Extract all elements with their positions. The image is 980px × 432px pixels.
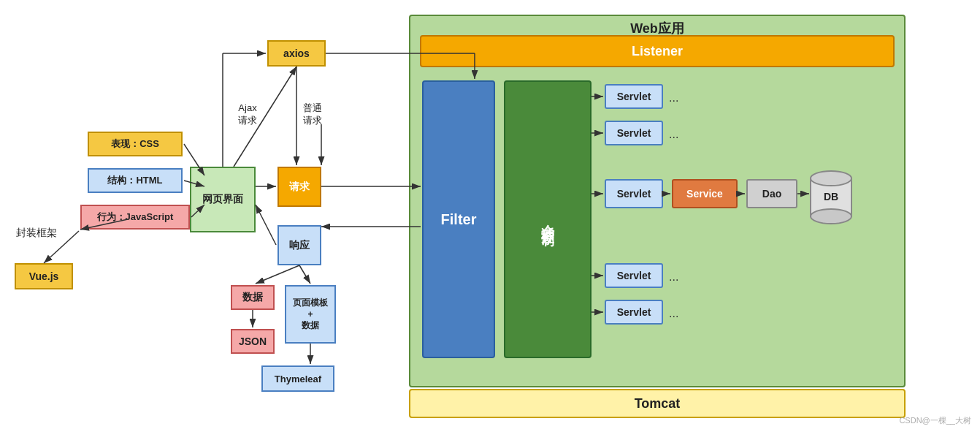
session-label: 会话控制 <box>539 213 556 225</box>
filter-label: Filter <box>441 211 477 228</box>
dao-label: Dao <box>762 188 781 200</box>
css-label: 表现：CSS <box>111 137 159 151</box>
js-box: 行为：JavaScript <box>80 205 190 230</box>
template-label: 页面模板+数据 <box>293 297 328 332</box>
response-label: 响应 <box>289 239 310 252</box>
session-block: 会话控制 <box>504 80 592 358</box>
listener-label: Listener <box>632 44 683 59</box>
service-box: Service <box>672 179 738 208</box>
data-label: 数据 <box>242 291 263 304</box>
response-box: 响应 <box>277 225 321 265</box>
tomcat-label: Tomcat <box>635 396 681 412</box>
dao-box: Dao <box>746 179 797 208</box>
data-box: 数据 <box>231 285 275 310</box>
ajax-request-label: Ajax请求 <box>238 102 257 127</box>
vuejs-label: Vue.js <box>29 270 59 282</box>
webpage-label: 网页界面 <box>202 193 243 206</box>
request-label: 请求 <box>289 181 310 194</box>
thymeleaf-label: Thymeleaf <box>275 374 321 384</box>
framework-label: 封装框架 <box>16 227 57 240</box>
servlet-box-3: Servlet <box>605 179 663 208</box>
html-label: 结构：HTML <box>107 174 162 187</box>
request-box: 请求 <box>277 167 321 207</box>
json-label: JSON <box>239 336 267 347</box>
listener-bar: Listener <box>420 35 895 67</box>
axios-box: axios <box>267 40 326 67</box>
servlet-box-1: Servlet <box>605 84 663 109</box>
html-box: 结构：HTML <box>88 168 183 193</box>
watermark: CSDN@一棵__大树 <box>899 415 971 426</box>
json-box: JSON <box>231 329 275 354</box>
svg-line-23 <box>256 265 299 284</box>
tomcat-bar: Tomcat <box>409 389 906 418</box>
servlet-box-4: Servlet <box>605 263 663 288</box>
filter-block: Filter <box>422 80 495 358</box>
svg-line-24 <box>299 265 310 284</box>
webpage-box: 网页界面 <box>190 167 256 232</box>
servlet-box-2: Servlet <box>605 121 663 145</box>
svg-point-2 <box>811 209 851 224</box>
svg-line-21 <box>256 205 276 245</box>
vuejs-box: Vue.js <box>15 263 73 289</box>
dots-4: ... <box>669 307 678 320</box>
service-label: Service <box>686 188 723 200</box>
db-cylinder: DB <box>808 167 854 225</box>
template-box: 页面模板+数据 <box>285 285 336 344</box>
normal-request-label: 普通请求 <box>303 102 322 127</box>
servlet-box-5: Servlet <box>605 300 663 325</box>
axios-label: axios <box>283 48 310 59</box>
dots-3: ... <box>669 270 678 284</box>
css-box: 表现：CSS <box>88 132 183 156</box>
dots-2: ... <box>669 128 678 141</box>
svg-text:DB: DB <box>824 191 838 202</box>
diagram-container: Web应用 Tomcat Listener Filter 会话控制 Servle… <box>0 0 980 432</box>
svg-point-1 <box>811 171 851 186</box>
js-label: 行为：JavaScript <box>97 211 174 224</box>
dots-1: ... <box>669 91 678 105</box>
thymeleaf-box: Thymeleaf <box>261 365 334 392</box>
